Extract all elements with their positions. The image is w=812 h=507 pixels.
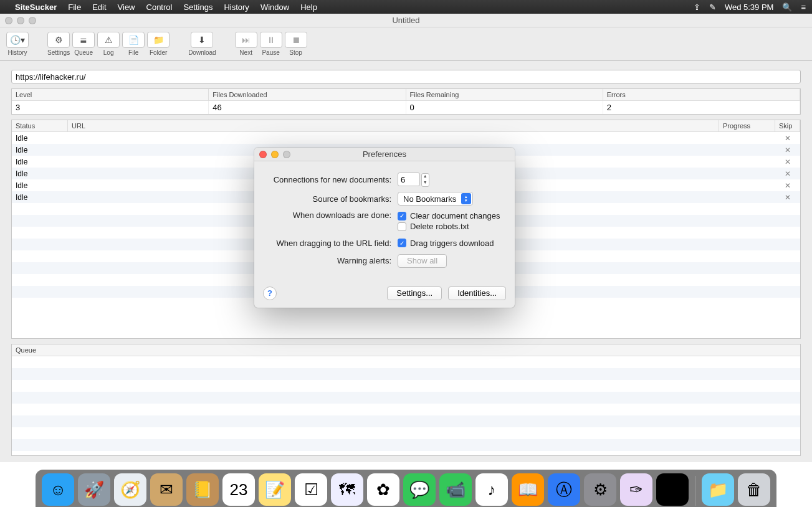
bookmarks-label: Source of bookmarks: bbox=[267, 194, 391, 204]
dock-preferences[interactable]: ⚙ bbox=[584, 473, 616, 506]
connections-input[interactable] bbox=[398, 173, 420, 186]
zoom-button[interactable] bbox=[29, 17, 36, 24]
spotlight-icon[interactable]: 🔍 bbox=[782, 2, 792, 12]
col-remaining: Files Remaining bbox=[406, 89, 603, 101]
show-all-button[interactable]: Show all bbox=[398, 254, 447, 268]
menu-view[interactable]: View bbox=[118, 2, 135, 12]
cell-status: Idle bbox=[12, 193, 68, 202]
settings-button[interactable]: ⚙Settings bbox=[47, 32, 70, 56]
log-button[interactable]: ⚠Log bbox=[97, 32, 120, 56]
dock-appstore[interactable]: Ⓐ bbox=[548, 473, 580, 506]
dock-contacts[interactable]: 📒 bbox=[186, 473, 219, 506]
warning-icon: ⚠ bbox=[105, 35, 113, 45]
dialog-title: Preferences bbox=[363, 149, 406, 159]
dialog-close-button[interactable] bbox=[259, 151, 267, 158]
val-level: 3 bbox=[12, 101, 209, 114]
next-button[interactable]: ⏭Next bbox=[235, 32, 257, 56]
folder-icon: 📁 bbox=[153, 35, 164, 45]
file-button[interactable]: 📄File bbox=[122, 32, 145, 56]
download-button[interactable]: ⬇Download bbox=[188, 32, 216, 56]
skip-button[interactable]: ✕ bbox=[775, 169, 800, 178]
skip-button[interactable]: ✕ bbox=[775, 146, 800, 154]
col-status[interactable]: Status bbox=[12, 120, 68, 131]
dock-photos[interactable]: ✿ bbox=[367, 473, 399, 506]
history-button[interactable]: 🕓▾ History bbox=[6, 32, 29, 56]
status-icon-2[interactable]: ✎ bbox=[709, 2, 716, 12]
queue-panel: Queue bbox=[11, 344, 801, 456]
menu-file[interactable]: File bbox=[68, 2, 81, 12]
menubar: SiteSucker File Edit View Control Settin… bbox=[0, 0, 812, 14]
col-url[interactable]: URL bbox=[68, 120, 719, 131]
clock[interactable]: Wed 5:39 PM bbox=[725, 2, 774, 12]
dialog-zoom-button bbox=[283, 151, 290, 158]
drag-triggers-checkbox[interactable]: ✓Drag triggers download bbox=[398, 239, 494, 248]
dialog-minimize-button[interactable] bbox=[271, 151, 279, 158]
dock-finder[interactable]: ☺ bbox=[42, 473, 74, 506]
dock-reminders[interactable]: ☑ bbox=[295, 473, 327, 506]
col-skip[interactable]: Skip bbox=[775, 120, 800, 131]
clear-changes-checkbox[interactable]: ✓Clear document changes bbox=[398, 211, 500, 220]
window-titlebar: Untitled bbox=[0, 14, 812, 27]
pause-button[interactable]: ⏸Pause bbox=[260, 32, 282, 56]
cell-status: Idle bbox=[12, 181, 68, 190]
done-label: When downloads are done: bbox=[267, 211, 391, 220]
dock-maps[interactable]: 🗺 bbox=[331, 473, 363, 506]
dock-sitesucker[interactable]: ✑ bbox=[620, 473, 652, 506]
dock-mail[interactable]: ✉ bbox=[150, 473, 183, 506]
dock-area: ☺🚀🧭✉📒23📝☑🗺✿💬📹♪📖Ⓐ⚙✑⌘📁🗑 bbox=[0, 462, 812, 507]
delete-robots-checkbox[interactable]: Delete robots.txt bbox=[398, 222, 469, 231]
stats-table: Level Files Downloaded Files Remaining E… bbox=[11, 88, 801, 115]
settings-btn[interactable]: Settings... bbox=[387, 287, 442, 300]
skip-button[interactable]: ✕ bbox=[775, 193, 800, 202]
toolbar: 🕓▾ History ⚙Settings ≣Queue ⚠Log 📄File 📁… bbox=[0, 27, 812, 61]
table-row[interactable]: Idle✕ bbox=[12, 132, 800, 144]
dock-terminal[interactable]: ⌘ bbox=[656, 473, 689, 506]
menu-edit[interactable]: Edit bbox=[92, 2, 106, 12]
col-progress[interactable]: Progress bbox=[719, 120, 775, 131]
file-icon: 📄 bbox=[128, 35, 139, 45]
drag-label: When dragging to the URL field: bbox=[267, 239, 391, 248]
queue-button[interactable]: ≣Queue bbox=[72, 32, 95, 56]
dock-downloads[interactable]: 📁 bbox=[702, 473, 734, 506]
menu-control[interactable]: Control bbox=[146, 2, 173, 12]
dock-ibooks[interactable]: 📖 bbox=[512, 473, 544, 506]
identities-btn[interactable]: Identities... bbox=[448, 287, 506, 300]
dock-safari[interactable]: 🧭 bbox=[114, 473, 146, 506]
menu-help[interactable]: Help bbox=[300, 2, 317, 12]
queue-row bbox=[12, 439, 800, 451]
menu-history[interactable]: History bbox=[224, 2, 249, 12]
dialog-titlebar: Preferences bbox=[254, 148, 515, 161]
skip-button[interactable]: ✕ bbox=[775, 181, 800, 190]
close-button[interactable] bbox=[5, 17, 12, 24]
skip-button[interactable]: ✕ bbox=[775, 158, 800, 166]
col-level: Level bbox=[12, 89, 209, 101]
menu-settings[interactable]: Settings bbox=[183, 2, 213, 12]
queue-row bbox=[12, 392, 800, 404]
connections-stepper[interactable]: ▲▼ bbox=[421, 173, 429, 187]
preferences-dialog: Preferences Connections for new document… bbox=[254, 148, 515, 308]
dock-notes[interactable]: 📝 bbox=[259, 473, 291, 506]
app-name[interactable]: SiteSucker bbox=[15, 2, 57, 12]
status-icon[interactable]: ⇪ bbox=[694, 2, 700, 12]
cell-status: Idle bbox=[12, 169, 68, 178]
dock-calendar[interactable]: 23 bbox=[222, 473, 255, 506]
help-button[interactable]: ? bbox=[263, 287, 277, 300]
list-icon: ≣ bbox=[80, 35, 87, 45]
queue-row bbox=[12, 380, 800, 392]
stop-button[interactable]: ⏹Stop bbox=[285, 32, 307, 56]
menu-window[interactable]: Window bbox=[260, 2, 289, 12]
download-icon: ⬇ bbox=[198, 35, 206, 45]
dock-launchpad[interactable]: 🚀 bbox=[78, 473, 110, 506]
dock-itunes[interactable]: ♪ bbox=[475, 473, 508, 506]
notification-center-icon[interactable]: ≡ bbox=[801, 2, 806, 12]
dock-trash[interactable]: 🗑 bbox=[738, 473, 770, 506]
dock-messages[interactable]: 💬 bbox=[403, 473, 436, 506]
cell-status: Idle bbox=[12, 146, 68, 154]
minimize-button[interactable] bbox=[17, 17, 24, 24]
dock-facetime[interactable]: 📹 bbox=[439, 473, 472, 506]
bookmarks-select[interactable]: No Bookmarks ▴▾ bbox=[398, 192, 473, 206]
url-input[interactable] bbox=[11, 70, 801, 83]
skip-button[interactable]: ✕ bbox=[775, 134, 800, 143]
cell-status: Idle bbox=[12, 134, 68, 143]
folder-button[interactable]: 📁Folder bbox=[147, 32, 170, 56]
